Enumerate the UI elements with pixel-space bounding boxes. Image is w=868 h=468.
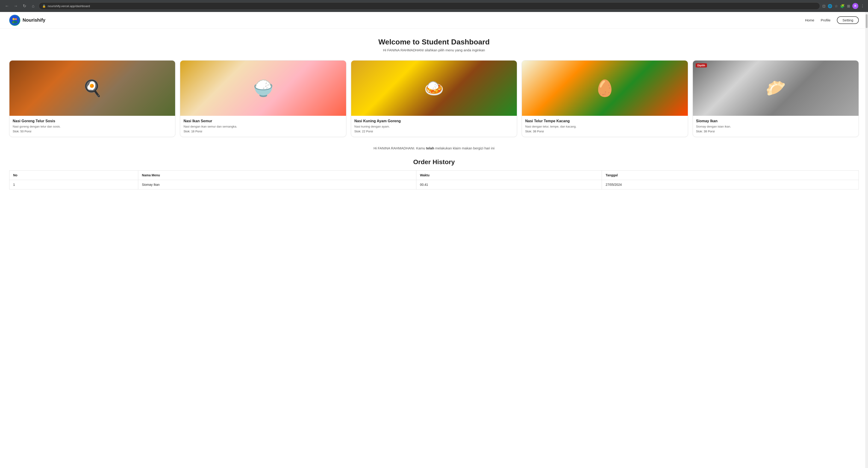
- welcome-subtitle: Hi FANINA RAHMADHANI silahkan pilih menu…: [9, 48, 859, 52]
- food-card-title-2: Nasi Ikan Semur: [183, 119, 343, 123]
- welcome-title: Welcome to Student Dashboard: [9, 38, 859, 46]
- food-card-desc-5: Siomay dengan isian ikan.: [696, 125, 855, 129]
- food-card-image-4: 🥚: [522, 61, 688, 116]
- food-card-title-4: Nasi Telur Tempe Kacang: [525, 119, 684, 123]
- food-card-title-1: Nasi Goreng Telur Sosis: [13, 119, 172, 123]
- food-card-image-3: 🍛: [351, 61, 517, 116]
- food-card-1[interactable]: 🍳 Nasi Goreng Telur Sosis Nasi goreng de…: [9, 60, 175, 137]
- navbar-nav: Home Profile Setting: [805, 16, 859, 24]
- nav-profile-link[interactable]: Profile: [821, 18, 831, 22]
- table-header-nama-menu: Nama Menu: [138, 171, 416, 180]
- food-card-5[interactable]: Dipilih 🥟 Siomay Ikan Siomay dengan isia…: [693, 60, 859, 137]
- bookmark-icon[interactable]: ☆: [835, 4, 838, 8]
- food-card-desc-4: Nasi dengan telur, tempe, dan kacang.: [525, 125, 684, 129]
- claim-suffix: melakukan klaim makan bergizi hari ini: [434, 146, 495, 150]
- brand-name: Nourishify: [23, 18, 45, 23]
- food-card-image-5: 🥟: [693, 61, 859, 116]
- brand[interactable]: 🌿 Nourishify: [9, 15, 45, 26]
- table-header-no: No: [9, 171, 138, 180]
- claim-prefix: Hi FANINA RAHMADHANI. Kamu: [373, 146, 426, 150]
- food-card-stock-3: Stok: 22 Porsi: [354, 130, 514, 133]
- food-card-desc-3: Nasi kuning dengan ayam.: [354, 125, 514, 129]
- food-cards-grid: 🍳 Nasi Goreng Telur Sosis Nasi goreng de…: [9, 60, 859, 137]
- food-card-image-2: 🍚: [180, 61, 346, 116]
- food-card-desc-1: Nasi goreng dengan telur dan sosis.: [13, 125, 172, 129]
- svg-point-3: [15, 18, 17, 20]
- browser-avatar[interactable]: R: [852, 3, 858, 9]
- lock-icon: 🔒: [42, 4, 46, 8]
- food-card-image-1: 🍳: [9, 61, 175, 116]
- food-card-stock-1: Stok: 50 Porsi: [13, 130, 172, 133]
- url-text: nourishify.vercel.app/dashboard: [48, 4, 90, 8]
- food-card-title-5: Siomay Ikan: [696, 119, 855, 123]
- menu-icon[interactable]: ⋮: [861, 4, 864, 8]
- food-card-4[interactable]: 🥚 Nasi Telur Tempe Kacang Nasi dengan te…: [522, 60, 688, 137]
- dipilih-badge: Dipilih: [695, 63, 707, 67]
- scrollbar[interactable]: [865, 12, 868, 468]
- nav-home-link[interactable]: Home: [805, 18, 814, 22]
- order-waktu: 00.41: [416, 180, 602, 190]
- profile-icon[interactable]: ⊞: [847, 4, 850, 8]
- refresh-button[interactable]: ↻: [21, 3, 28, 9]
- food-card-desc-2: Nasi dengan ikan semur dan semangka.: [183, 125, 343, 129]
- order-history-section: Order History NoNama MenuWaktuTanggal1Si…: [9, 158, 859, 190]
- navbar: 🌿 Nourishify Home Profile Setting: [0, 12, 868, 29]
- order-nama-menu: Siomay Ikan: [138, 180, 416, 190]
- browser-toolbar-icons: ⊡ 🌐 ☆ 🧩 ⊞ R ⋮: [823, 3, 864, 9]
- cast-icon[interactable]: ⊡: [823, 4, 825, 8]
- extension-icon[interactable]: 🧩: [840, 4, 845, 8]
- page: 🌿 Nourishify Home Profile Setting Welcom…: [0, 12, 868, 468]
- food-card-body-3: Nasi Kuning Ayam Goreng Nasi kuning deng…: [351, 116, 517, 137]
- claim-bold: telah: [426, 146, 434, 150]
- scrollbar-thumb[interactable]: [866, 14, 868, 28]
- svg-point-2: [12, 18, 15, 20]
- order-tanggal: 27/05/2024: [602, 180, 859, 190]
- order-history-title: Order History: [9, 158, 859, 166]
- food-card-body-1: Nasi Goreng Telur Sosis Nasi goreng deng…: [9, 116, 175, 137]
- table-header-waktu: Waktu: [416, 171, 602, 180]
- translate-icon[interactable]: 🌐: [828, 4, 832, 8]
- food-card-3[interactable]: 🍛 Nasi Kuning Ayam Goreng Nasi kuning de…: [351, 60, 517, 137]
- food-card-2[interactable]: 🍚 Nasi Ikan Semur Nasi dengan ikan semur…: [180, 60, 346, 137]
- home-button[interactable]: ⌂: [30, 3, 36, 9]
- order-table: NoNama MenuWaktuTanggal1Siomay Ikan00.41…: [9, 170, 859, 190]
- browser-chrome: ← → ↻ ⌂ 🔒 nourishify.vercel.app/dashboar…: [0, 0, 868, 12]
- address-bar[interactable]: 🔒 nourishify.vercel.app/dashboard: [39, 2, 820, 10]
- food-card-body-2: Nasi Ikan Semur Nasi dengan ikan semur d…: [180, 116, 346, 137]
- food-card-body-4: Nasi Telur Tempe Kacang Nasi dengan telu…: [522, 116, 688, 137]
- welcome-section: Welcome to Student Dashboard Hi FANINA R…: [9, 38, 859, 52]
- claim-message: Hi FANINA RAHMADHANI. Kamu telah melakuk…: [9, 146, 859, 150]
- food-card-stock-2: Stok: 18 Porsi: [183, 130, 343, 133]
- food-card-stock-4: Stok: 38 Porsi: [525, 130, 684, 133]
- food-card-body-5: Siomay Ikan Siomay dengan isian ikan. St…: [693, 116, 859, 137]
- order-no: 1: [9, 180, 138, 190]
- main-content: Welcome to Student Dashboard Hi FANINA R…: [0, 29, 868, 199]
- forward-button[interactable]: →: [12, 3, 19, 9]
- food-card-stock-5: Stok: 38 Porsi: [696, 130, 855, 133]
- food-card-title-3: Nasi Kuning Ayam Goreng: [354, 119, 514, 123]
- brand-logo: 🌿: [9, 15, 20, 26]
- svg-text:🌿: 🌿: [12, 21, 14, 24]
- table-row: 1Siomay Ikan00.4127/05/2024: [9, 180, 859, 190]
- setting-button[interactable]: Setting: [837, 16, 859, 24]
- table-header-tanggal: Tanggal: [602, 171, 859, 180]
- back-button[interactable]: ←: [4, 3, 10, 9]
